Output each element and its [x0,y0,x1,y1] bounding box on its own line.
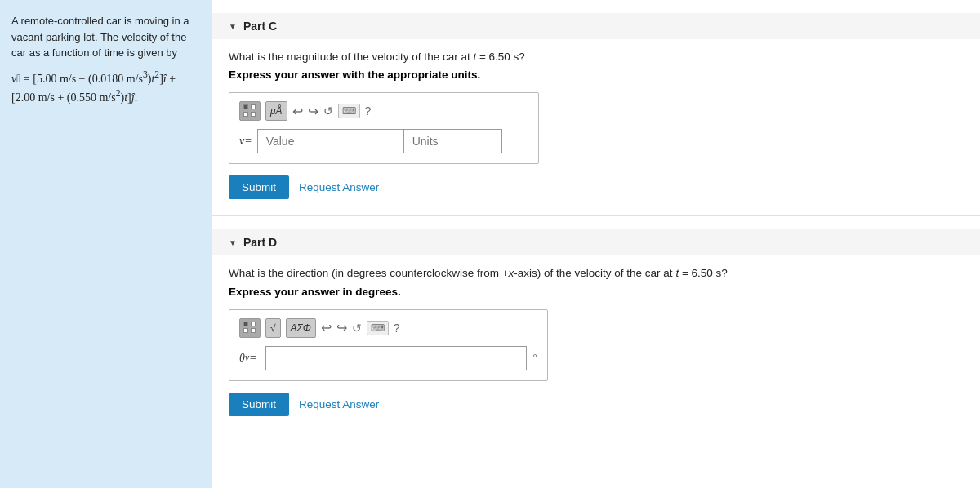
degree-symbol: ° [533,352,537,364]
part-d-buttons-row: Submit Request Answer [229,393,957,416]
part-d-refresh-button[interactable]: ↺ [352,322,362,335]
part-d-greek-button[interactable]: ΑΣΦ [286,318,316,338]
right-panel: ▼ Part C What is the magnitude of the ve… [212,0,980,488]
part-d-degrees-input[interactable] [265,346,527,370]
problem-description: A remote-controlled car is moving in a v… [0,0,212,488]
part-c-answer-container: μÅ ↩ ↪ ↺ ⌨ ? v = [229,92,539,164]
part-c-refresh-button[interactable]: ↺ [323,104,333,118]
part-d-sqrt-button[interactable]: √ [265,318,281,338]
greek-label: μÅ [270,105,283,117]
part-c-value-input[interactable] [257,129,404,153]
part-c-submit-button[interactable]: Submit [229,175,289,199]
part-c-collapse-icon[interactable]: ▼ [229,22,237,31]
part-c-greek-button[interactable]: μÅ [265,101,287,121]
part-c-input-row: v = [239,129,528,153]
part-d-section: ▼ Part D What is the direction (in degre… [212,216,980,432]
part-c-keyboard-button[interactable]: ⌨ [338,104,360,118]
part-d-keyboard-button[interactable]: ⌨ [367,321,389,335]
part-c-input-label: v = [239,129,252,153]
part-d-request-link[interactable]: Request Answer [299,398,379,410]
part-d-title: Part D [243,236,277,249]
part-d-undo-button[interactable]: ↩ [321,320,332,335]
part-c-toolbar: μÅ ↩ ↪ ↺ ⌨ ? [239,101,528,121]
part-d-redo-button[interactable]: ↪ [336,320,347,335]
part-d-matrix-button[interactable] [239,318,261,338]
part-d-question: What is the direction (in degrees counte… [229,265,957,282]
part-c-buttons-row: Submit Request Answer [229,175,957,199]
part-c-matrix-button[interactable] [239,101,261,121]
part-c-undo-button[interactable]: ↩ [292,104,303,119]
part-d-matrix-icon [243,322,256,335]
equation: v⃗ = [5.00 m/s − (0.0180 m/s3)t2]î + [2.… [11,68,201,106]
part-d-header: ▼ Part D [212,229,980,255]
part-d-help-button[interactable]: ? [394,322,400,335]
part-c-question: What is the magnitude of the velocity of… [229,49,957,65]
problem-text: A remote-controlled car is moving in a v… [11,13,201,61]
part-d-greek-label: ΑΣΦ [291,322,311,334]
part-c-help-button[interactable]: ? [365,104,372,118]
matrix-icon [243,104,256,118]
part-c-header: ▼ Part C [212,13,980,39]
part-c-instruction: Express your answer with the appropriate… [229,69,957,81]
part-c-title: Part C [243,20,277,33]
part-d-input-label: θv = [239,352,257,365]
part-d-submit-button[interactable]: Submit [229,393,289,416]
part-c-redo-button[interactable]: ↪ [308,104,318,119]
part-d-answer-container: √ ΑΣΦ ↩ ↪ ↺ ⌨ ? θv = [229,309,548,381]
part-c-units-input[interactable] [404,129,502,153]
part-c-request-link[interactable]: Request Answer [299,181,379,193]
part-d-toolbar: √ ΑΣΦ ↩ ↪ ↺ ⌨ ? [239,318,537,338]
part-c-section: ▼ Part C What is the magnitude of the ve… [212,0,980,216]
part-d-input-row: θv = ° [239,346,537,370]
part-d-instruction: Express your answer in degrees. [229,286,957,298]
part-d-collapse-icon[interactable]: ▼ [229,238,237,247]
